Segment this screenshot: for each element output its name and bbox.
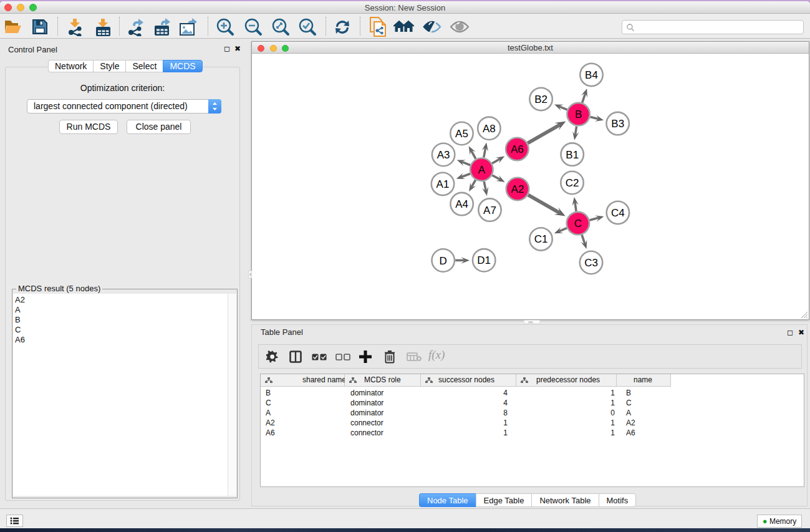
svg-text:D1: D1 bbox=[477, 254, 491, 266]
svg-text:A3: A3 bbox=[437, 149, 450, 161]
svg-text:B2: B2 bbox=[534, 94, 547, 105]
svg-text:C: C bbox=[574, 218, 582, 230]
svg-text:D: D bbox=[440, 255, 447, 267]
svg-text:B4: B4 bbox=[585, 69, 598, 81]
svg-text:A: A bbox=[478, 164, 486, 176]
svg-text:A2: A2 bbox=[511, 183, 524, 195]
svg-text:C3: C3 bbox=[584, 257, 598, 269]
svg-text:B1: B1 bbox=[566, 149, 579, 161]
svg-text:A4: A4 bbox=[455, 198, 468, 210]
svg-text:A5: A5 bbox=[455, 128, 468, 140]
svg-text:C1: C1 bbox=[534, 233, 548, 245]
svg-text:A1: A1 bbox=[436, 178, 450, 190]
svg-text:A7: A7 bbox=[483, 205, 496, 216]
svg-text:C4: C4 bbox=[611, 207, 625, 219]
svg-text:B3: B3 bbox=[611, 118, 624, 130]
svg-text:A6: A6 bbox=[511, 143, 524, 155]
svg-text:A8: A8 bbox=[483, 123, 496, 135]
svg-text:B: B bbox=[575, 109, 582, 120]
svg-text:C2: C2 bbox=[566, 177, 579, 189]
